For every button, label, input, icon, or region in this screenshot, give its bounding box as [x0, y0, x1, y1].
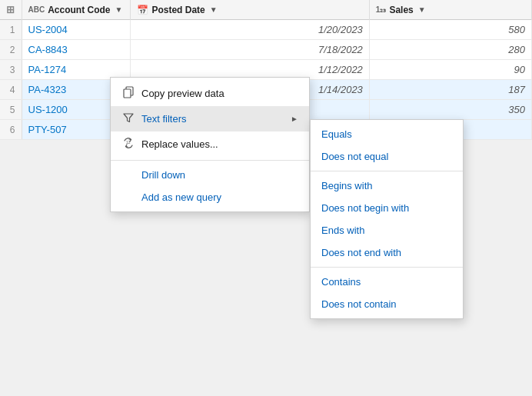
- grid-icon: ⊞: [6, 4, 15, 15]
- drill-down-label: Drill down: [141, 169, 298, 181]
- sales-cell-1: 580: [369, 20, 531, 40]
- date-cell-2: 7/18/2022: [131, 40, 369, 60]
- replace-values-label: Replace values...: [141, 138, 298, 150]
- menu-item-replace-values[interactable]: 12 Replace values...: [111, 131, 309, 157]
- ends-with-label: Ends with: [321, 225, 364, 236]
- submenu-item-does-not-begin-with[interactable]: Does not begin with: [311, 197, 463, 219]
- svg-rect-1: [124, 89, 131, 98]
- menu-divider-1: [111, 160, 309, 161]
- does-not-equal-label: Does not equal: [321, 151, 388, 162]
- submenu-item-does-not-end-with[interactable]: Does not end with: [311, 241, 463, 264]
- abc-icon: ABC: [28, 5, 45, 14]
- date-cell-1: 1/20/2023: [131, 20, 369, 40]
- menu-item-add-query[interactable]: Add as new query: [111, 186, 309, 208]
- col-header-date[interactable]: 📅 Posted Date ▼: [131, 0, 369, 20]
- submenu-item-does-not-equal[interactable]: Does not equal: [311, 145, 463, 168]
- row-num-5: 5: [0, 100, 22, 120]
- submenu-divider-2: [311, 267, 463, 268]
- row-num-2: 2: [0, 40, 22, 60]
- sales-cell-2: 280: [369, 40, 531, 60]
- begins-with-label: Begins with: [321, 180, 372, 191]
- menu-item-text-filters[interactable]: Text filters ►: [111, 106, 309, 131]
- col-header-account[interactable]: ABC Account Code ▼: [22, 0, 131, 20]
- does-not-contain-label: Does not contain: [321, 298, 397, 310]
- replace-icon: 12: [121, 137, 135, 151]
- 123-icon: 1₂₃: [376, 5, 387, 14]
- menu-item-copy-preview[interactable]: Copy preview data: [111, 81, 309, 106]
- does-not-end-with-label: Does not end with: [321, 247, 401, 258]
- table-row[interactable]: 1 US-2004 1/20/2023 580: [0, 20, 532, 40]
- account-cell-1: US-2004: [22, 20, 131, 40]
- submenu-item-equals[interactable]: Equals: [311, 123, 463, 145]
- equals-label: Equals: [321, 128, 352, 140]
- col-date-filter-btn[interactable]: ▼: [208, 5, 219, 14]
- col-sales-filter-btn[interactable]: ▼: [417, 5, 427, 14]
- submenu-item-contains[interactable]: Contains: [311, 271, 463, 293]
- col-date-label: Posted Date: [151, 5, 204, 15]
- col-account-filter-btn[interactable]: ▼: [114, 5, 125, 14]
- add-query-label: Add as new query: [141, 191, 298, 203]
- contains-label: Contains: [321, 276, 361, 288]
- copy-icon: [121, 86, 135, 101]
- does-not-begin-with-label: Does not begin with: [321, 202, 409, 214]
- sales-cell-5: 350: [369, 100, 531, 120]
- text-filters-chevron: ►: [291, 115, 298, 123]
- row-num-1: 1: [0, 20, 22, 40]
- submenu-divider-1: [311, 171, 463, 171]
- submenu-item-does-not-contain[interactable]: Does not contain: [311, 293, 463, 315]
- account-cell-2: CA-8843: [22, 40, 131, 60]
- copy-preview-label: Copy preview data: [141, 88, 298, 99]
- menu-item-drill-down[interactable]: Drill down: [111, 164, 309, 186]
- row-num-3: 3: [0, 60, 22, 80]
- submenu-item-begins-with[interactable]: Begins with: [311, 175, 463, 197]
- col-sales-label: Sales: [389, 5, 413, 15]
- sales-cell-3: 90: [369, 60, 531, 80]
- text-filters-label: Text filters: [141, 113, 284, 125]
- col-header-index: ⊞: [0, 0, 22, 20]
- context-menu: Copy preview data Text filters ► 12 Repl…: [110, 77, 310, 212]
- sales-cell-4: 187: [369, 80, 531, 100]
- col-header-sales[interactable]: 1₂₃ Sales ▼: [369, 0, 531, 20]
- submenu-item-ends-with[interactable]: Ends with: [311, 219, 463, 241]
- text-filters-submenu: Equals Does not equal Begins with Does n…: [310, 119, 464, 319]
- svg-text:12: 12: [126, 140, 131, 145]
- table-row[interactable]: 2 CA-8843 7/18/2022 280: [0, 40, 532, 60]
- row-num-4: 4: [0, 80, 22, 100]
- calendar-icon: 📅: [137, 5, 148, 15]
- row-num-6: 6: [0, 120, 22, 140]
- filter-icon: [121, 111, 135, 126]
- col-account-label: Account Code: [48, 5, 110, 15]
